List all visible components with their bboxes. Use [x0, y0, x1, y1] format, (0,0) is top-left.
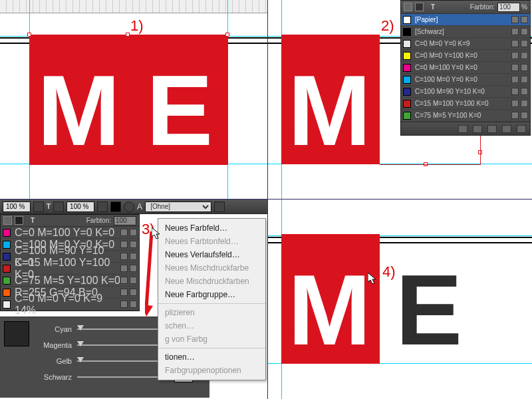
swatch-row[interactable]: C=15 M=100 Y=100 K=0 — [401, 98, 530, 110]
menu-item[interactable]: Neues Farbfeld… — [158, 221, 265, 235]
flyout-icon[interactable] — [214, 201, 225, 212]
swatch-row[interactable]: C=0 M=100 Y=0 K=0 — [1, 227, 139, 239]
selection-edge — [128, 35, 128, 164]
letter-e-dark[interactable]: E — [396, 253, 460, 368]
panel-q3: 100 % T 100 % A [Ohne] T Farbton: C=0 M=… — [0, 200, 267, 399]
tool-icon[interactable] — [97, 201, 108, 212]
red-rect-4[interactable]: M — [281, 234, 380, 364]
swatch-name: C=75 M=5 Y=100 K=0 — [15, 275, 120, 287]
zoom-a[interactable]: 100 % — [3, 201, 31, 212]
folder-icon[interactable] — [473, 125, 482, 133]
swatches-panel-3[interactable]: T Farbton: C=0 M=100 Y=0 K=0 C=100 M=0 Y… — [0, 214, 140, 311]
swatch-type-icon — [521, 64, 528, 71]
swatch-name: C=0 M=0 Y=0 K=9 — [415, 40, 470, 47]
swatch-name: C=0 M=100 Y=0 K=0 — [415, 64, 477, 71]
swatch-row[interactable]: C=15 M=100 Y=100 K=0 — [1, 263, 139, 275]
menu-item[interactable]: tionen… — [158, 350, 265, 364]
selection-edge — [29, 35, 30, 164]
swatch-row[interactable]: C=0 M=0 Y=100 K=0 — [401, 50, 530, 62]
selection-handle[interactable] — [27, 33, 31, 37]
tool-icon[interactable] — [53, 201, 64, 212]
swatch-row[interactable]: C=75 M=5 Y=100 K=0 — [401, 110, 530, 122]
trash-icon[interactable] — [517, 125, 526, 133]
zoom-b[interactable]: 100 % — [66, 201, 94, 212]
swatch-flyout-menu[interactable]: Neues Farbfeld…Neues Farbtonfeld…Neues V… — [158, 218, 266, 380]
swatch-row[interactable]: C=0 M=0 Y=0 K=9 14% — [1, 299, 139, 311]
show-options-icon[interactable] — [458, 125, 467, 133]
fill-black-icon[interactable] — [110, 201, 121, 212]
fill-icon[interactable] — [3, 216, 12, 225]
style-dropdown[interactable]: [Ohne] — [145, 201, 211, 212]
swatch-chip — [3, 265, 11, 273]
step-1-label: 1) — [130, 17, 144, 35]
slider-track[interactable] — [77, 376, 170, 378]
slider-track[interactable] — [77, 360, 170, 362]
type-icon[interactable]: T — [47, 203, 51, 210]
swatch-mode-icon — [511, 64, 519, 71]
slider-knob[interactable] — [77, 325, 84, 331]
swatches-panel[interactable]: T Farbton: % [Papier] [Schwarz] C=0 M=0 … — [400, 0, 531, 136]
divider-h — [0, 199, 532, 200]
menu-item[interactable]: Neues Verlaufsfeld… — [158, 248, 265, 261]
swatch-row[interactable]: C=100 M=90 Y=10 K=0 — [401, 86, 530, 98]
slider-track[interactable] — [77, 329, 170, 330]
fill-stroke-icon[interactable] — [404, 3, 412, 11]
swatch-row[interactable]: [Papier] — [401, 14, 530, 26]
swatch-chip — [403, 52, 411, 60]
swatch-row[interactable]: [Schwarz] — [401, 26, 530, 38]
swatch-type-icon — [521, 28, 528, 35]
swatch-chip — [403, 64, 411, 72]
svg-marker-2 — [152, 227, 160, 239]
round-icon[interactable] — [124, 201, 134, 212]
slider-track[interactable] — [77, 344, 170, 346]
outer-sel — [380, 164, 481, 165]
tool-icon[interactable] — [33, 201, 44, 212]
swatch-chip — [3, 229, 11, 237]
char-a-icon[interactable]: A — [137, 202, 142, 211]
menu-item[interactable]: Neue Farbgruppe… — [158, 288, 265, 301]
type-ico — [130, 229, 137, 236]
swatch-row[interactable]: C=0 M=0 Y=0 K=9 — [401, 38, 530, 50]
cursor-icon — [368, 273, 378, 285]
red-rect-2[interactable]: M — [281, 35, 380, 164]
swatch-mode-icon — [511, 100, 519, 107]
tint-input[interactable] — [497, 3, 520, 12]
slider-label: Gelb — [37, 357, 72, 365]
stroke-icon[interactable] — [415, 3, 424, 11]
swatch-mode-icon — [511, 52, 519, 59]
red-rect-1[interactable]: M E — [29, 35, 227, 164]
letter-m: M — [288, 53, 368, 168]
swatch-type-icon — [521, 100, 528, 107]
slider-knob[interactable] — [77, 357, 84, 362]
swatch-row[interactable]: C=100 M=0 Y=0 K=0 — [401, 74, 530, 86]
new-group-icon[interactable] — [487, 125, 497, 133]
swatch-chip — [3, 253, 11, 261]
swatch-row[interactable]: C=0 M=100 Y=0 K=0 — [401, 62, 530, 74]
tint-input[interactable] — [114, 216, 136, 225]
swatch-chip — [403, 100, 411, 108]
selection-handle[interactable] — [126, 33, 130, 37]
swatch-row[interactable]: C=75 M=5 Y=100 K=0 — [1, 275, 139, 287]
new-swatch-icon[interactable] — [502, 125, 511, 133]
tint-label: Farbton: — [86, 217, 111, 224]
mode-ico — [120, 241, 128, 248]
slider-label: Schwarz — [37, 373, 72, 381]
swatch-mode-icon — [511, 16, 519, 23]
mode-ico — [120, 301, 128, 308]
swatch-name: C=100 M=0 Y=0 K=0 — [415, 76, 477, 83]
slider-knob[interactable] — [77, 341, 84, 346]
selection-handle[interactable] — [225, 33, 229, 37]
control-bar: 100 % T 100 % A [Ohne] — [0, 200, 267, 214]
swatch-chip — [3, 301, 11, 309]
type-t-icon[interactable]: T — [428, 3, 438, 11]
svg-line-0 — [146, 231, 152, 308]
type-t-icon[interactable]: T — [28, 217, 37, 224]
type-ico — [130, 301, 137, 308]
swatch-type-icon — [521, 16, 528, 23]
swatch-name: C=15 M=100 Y=100 K=0 — [415, 100, 488, 107]
step-4-label: 4) — [382, 263, 396, 281]
menu-item: schen… — [158, 319, 265, 332]
menu-item: Neues Farbtonfeld… — [158, 235, 265, 248]
swatch-mode-icon — [511, 88, 519, 95]
stroke-icon[interactable] — [15, 216, 23, 225]
